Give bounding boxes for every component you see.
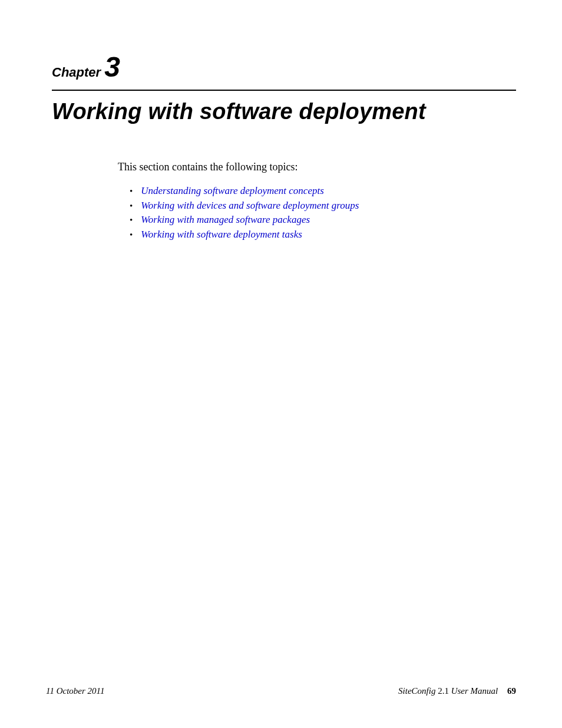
toc-item: • Working with devices and software depl…	[130, 199, 516, 213]
footer-page-number: 69	[507, 686, 516, 696]
chapter-heading: Chapter 3	[52, 53, 516, 81]
chapter-label: Chapter	[52, 65, 101, 80]
toc-link-packages[interactable]: Working with managed software packages	[141, 213, 310, 228]
toc-link-concepts[interactable]: Understanding software deployment concep…	[141, 184, 324, 199]
intro-text: This section contains the following topi…	[118, 161, 516, 173]
toc-link-tasks[interactable]: Working with software deployment tasks	[141, 228, 302, 242]
page-content: Chapter 3 Working with software deployme…	[0, 0, 562, 242]
bullet-icon: •	[130, 214, 133, 227]
page-title: Working with software deployment	[52, 99, 516, 124]
chapter-number: 3	[104, 53, 120, 81]
divider	[52, 90, 516, 91]
footer-version: 2.1	[438, 686, 449, 696]
toc-item: • Working with software deployment tasks	[130, 228, 516, 242]
footer-manual: User Manual	[451, 686, 498, 696]
toc-item: • Working with managed software packages	[130, 213, 516, 228]
toc-list: • Understanding software deployment conc…	[130, 184, 516, 242]
toc-item: • Understanding software deployment conc…	[130, 184, 516, 199]
footer-right: SiteConfig 2.1 User Manual 69	[398, 686, 516, 696]
bullet-icon: •	[130, 185, 133, 198]
toc-link-devices-groups[interactable]: Working with devices and software deploy…	[141, 199, 359, 213]
bullet-icon: •	[130, 229, 133, 242]
footer-product: SiteConfig	[398, 686, 435, 696]
bullet-icon: •	[130, 200, 133, 213]
page-footer: 11 October 2011 SiteConfig 2.1 User Manu…	[46, 686, 516, 696]
footer-date: 11 October 2011	[46, 686, 104, 696]
